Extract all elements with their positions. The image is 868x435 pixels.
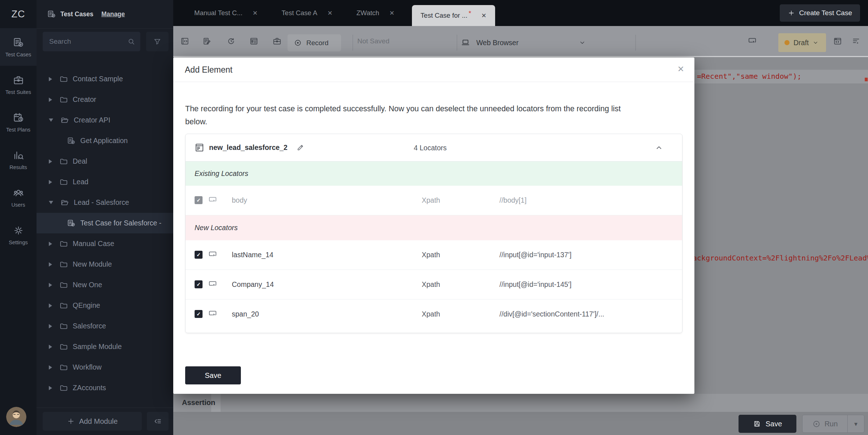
filter-button[interactable] xyxy=(146,32,169,51)
chevron-down-icon xyxy=(579,39,586,46)
tree-item-zaccounts[interactable]: ZAccounts xyxy=(37,378,173,398)
locator-row-lastname-14: lastName_14Xpath//input[@id='input-137'] xyxy=(186,240,682,270)
rail-item-test-cases[interactable]: Test Cases xyxy=(0,28,37,66)
close-icon[interactable]: ✕ xyxy=(327,9,332,17)
code-view-icon[interactable] xyxy=(180,36,190,46)
rail-item-settings[interactable]: Settings xyxy=(0,216,37,254)
tree-item-manual-case[interactable]: Manual Case xyxy=(37,233,173,254)
locator-checkbox[interactable] xyxy=(195,251,203,259)
tab-manual-test-c[interactable]: Manual Test C...✕ xyxy=(188,0,264,26)
save-icon xyxy=(753,420,761,428)
rail-item-label: Results xyxy=(9,164,27,170)
tree-item-label: ZAccounts xyxy=(73,384,106,392)
chevron-up-icon[interactable] xyxy=(655,143,663,152)
browser-select[interactable]: Web Browser xyxy=(461,34,586,51)
add-module-button[interactable]: Add Module xyxy=(43,412,142,431)
tree-item-creator-api[interactable]: Creator API xyxy=(37,110,173,130)
caret-right-icon[interactable] xyxy=(49,242,52,246)
close-icon[interactable]: ✕ xyxy=(677,64,684,74)
run-options-button[interactable]: ▼ xyxy=(847,415,864,432)
caret-right-icon[interactable] xyxy=(49,262,52,267)
collapse-panel-button[interactable] xyxy=(147,412,169,431)
tree-item-lead[interactable]: Lead xyxy=(37,172,173,192)
caret-right-icon[interactable] xyxy=(49,386,52,390)
edit-note-icon[interactable] xyxy=(202,36,212,46)
close-icon[interactable]: ✕ xyxy=(252,9,258,17)
tree-item-lead-salesforce[interactable]: Lead - Salesforce xyxy=(37,192,173,213)
tab-test-case-a[interactable]: Test Case A✕ xyxy=(275,0,339,26)
window-form-icon[interactable] xyxy=(249,36,259,46)
tab-zwatch[interactable]: ZWatch✕ xyxy=(350,0,401,26)
caret-right-icon[interactable] xyxy=(49,98,52,102)
tree-item-sample-module[interactable]: Sample Module xyxy=(37,336,173,357)
record-button[interactable]: Record xyxy=(288,34,341,51)
caret-right-icon[interactable] xyxy=(49,77,52,81)
avatar-image xyxy=(6,407,26,427)
close-icon[interactable]: ✕ xyxy=(390,9,395,17)
save-button[interactable]: Save xyxy=(739,415,796,433)
run-button-group: Run ▼ xyxy=(802,415,864,433)
rail-item-test-suites[interactable]: Test Suites xyxy=(0,66,37,103)
caret-right-icon[interactable] xyxy=(49,324,52,328)
assertion-label: Assertion xyxy=(182,399,215,407)
status-dropdown[interactable]: Draft xyxy=(778,33,826,52)
tree-item-new-module[interactable]: New Module xyxy=(37,254,173,275)
rail-item-test-plans[interactable]: Test Plans xyxy=(0,103,37,141)
tree-item-test-case-for-salesforce[interactable]: Test Case for Salesforce - xyxy=(37,213,173,233)
modal-save-button[interactable]: Save xyxy=(185,366,241,384)
console-code-icon[interactable] xyxy=(833,36,842,46)
tree-title: Test Cases xyxy=(60,10,93,18)
element-header-row[interactable]: new_lead_salesforce_2 4 Locators xyxy=(186,134,682,161)
app-logo[interactable]: ZC xyxy=(0,0,37,28)
search-box xyxy=(43,32,140,51)
caret-right-icon[interactable] xyxy=(49,283,52,287)
inspect-click-icon[interactable] xyxy=(748,36,757,46)
testcases-icon xyxy=(13,37,24,48)
caret-right-icon[interactable] xyxy=(49,303,52,308)
caret-right-icon[interactable] xyxy=(49,180,52,184)
tree-item-qengine[interactable]: QEngine xyxy=(37,295,173,316)
tree-item-salesforce[interactable]: Salesforce xyxy=(37,316,173,336)
close-icon[interactable]: ✕ xyxy=(481,12,486,20)
caret-down-icon[interactable] xyxy=(49,119,53,122)
locator-checkbox[interactable] xyxy=(195,196,203,204)
rail-item-results[interactable]: Results xyxy=(0,141,37,178)
manage-link[interactable]: Manage xyxy=(101,10,125,18)
section-band-existing-locators: Existing Locators xyxy=(186,161,682,186)
caret-right-icon[interactable] xyxy=(49,365,52,370)
locator-row-company-14: Company_14Xpath//input[@id='input-145'] xyxy=(186,270,682,300)
edit-pencil-icon[interactable] xyxy=(296,143,305,152)
tree-item-creator[interactable]: Creator xyxy=(37,89,173,110)
rail-item-users[interactable]: Users xyxy=(0,178,37,216)
run-button-label: Run xyxy=(825,420,838,428)
caret-right-icon[interactable] xyxy=(49,345,52,349)
tab-label: Test Case A xyxy=(282,9,318,17)
search-input[interactable] xyxy=(48,37,127,46)
caret-down-icon[interactable] xyxy=(49,201,53,204)
outline-icon[interactable] xyxy=(851,36,861,46)
package-icon[interactable] xyxy=(272,36,282,46)
add-module-label: Add Module xyxy=(79,417,118,426)
locator-checkbox[interactable] xyxy=(195,310,203,318)
tree-item-label: Workflow xyxy=(73,363,102,371)
tree-item-deal[interactable]: Deal xyxy=(37,151,173,172)
tree-item-get-application[interactable]: Get Application xyxy=(37,130,173,151)
modal-description: The recording for your test case is comp… xyxy=(185,102,644,128)
user-avatar[interactable] xyxy=(6,407,26,427)
plus-icon xyxy=(788,9,795,17)
locator-type: Xpath xyxy=(422,251,440,259)
locator-checkbox[interactable] xyxy=(195,280,203,288)
browser-select-value: Web Browser xyxy=(476,39,519,47)
run-button[interactable]: Run xyxy=(803,415,847,432)
caret-right-icon[interactable] xyxy=(49,159,52,164)
tree-item-workflow[interactable]: Workflow xyxy=(37,357,173,378)
locator-value: //input[@id='input-145'] xyxy=(499,280,571,289)
collapse-panel-icon xyxy=(153,417,162,426)
tree-item-new-one[interactable]: New One xyxy=(37,275,173,295)
code-line: backgroundContext=%2Flightning%2Fo%2FLea… xyxy=(688,254,868,262)
tab-test-case-for[interactable]: Test Case for ...*✕ xyxy=(412,5,495,26)
tree-item-contact-sample[interactable]: Contact Sample xyxy=(37,69,173,89)
history-icon[interactable] xyxy=(226,36,236,46)
create-test-case-button[interactable]: Create Test Case xyxy=(780,4,860,22)
rail-item-label: Settings xyxy=(9,240,27,245)
